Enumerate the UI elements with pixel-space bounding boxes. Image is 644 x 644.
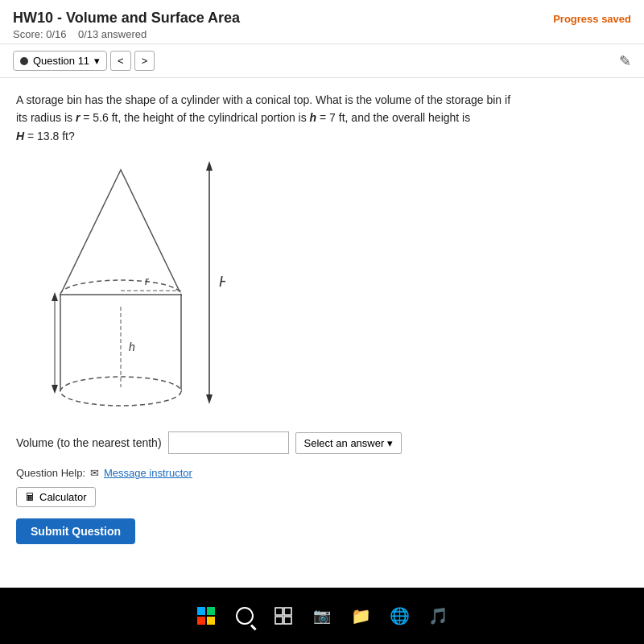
svg-rect-17 [275, 617, 283, 624]
problem-text: A storage bin has the shape of a cylinde… [16, 91, 628, 145]
chevron-down-icon: ▾ [94, 55, 100, 67]
svg-marker-2 [206, 394, 213, 404]
svg-text:h: h [129, 341, 135, 353]
question-nav: Question 11 ▾ < > ✎ [0, 44, 644, 78]
spotify-icon[interactable]: 🎵 [425, 603, 451, 629]
h-variable: h [310, 111, 317, 124]
diagram-area: H r h [16, 158, 628, 415]
calculator-icon: 🖩 [25, 491, 35, 503]
calculator-label: Calculator [39, 491, 87, 503]
question-body: A storage bin has the shape of a cylinde… [0, 78, 644, 557]
svg-marker-1 [206, 161, 213, 171]
next-button[interactable]: > [134, 51, 155, 71]
svg-rect-18 [284, 617, 291, 624]
chrome-icon[interactable]: 🌐 [386, 603, 412, 629]
answer-input[interactable] [168, 431, 289, 454]
svg-marker-4 [60, 170, 181, 295]
answer-label: Volume (to the nearest tenth) [16, 436, 162, 449]
answer-row: Volume (to the nearest tenth) Select an … [16, 431, 628, 454]
taskbar: 📷 📁 🌐 🎵 [0, 588, 644, 644]
question-label: Question 11 [33, 55, 89, 67]
shape-svg: H r h [16, 158, 225, 415]
header-left: HW10 - Volume and Surface Area Score: 0/… [13, 10, 240, 40]
page-title: HW10 - Volume and Surface Area [13, 10, 240, 27]
search-taskbar-icon[interactable] [232, 603, 258, 629]
H-variable: H [16, 130, 24, 142]
taskview-icon[interactable] [270, 603, 296, 629]
svg-marker-13 [52, 292, 58, 301]
question-help: Question Help: ✉ Message instructor [16, 467, 628, 479]
problem-text3: = 5.6 ft, the height of the cylindrical … [80, 111, 309, 124]
folder-icon[interactable]: 📁 [348, 603, 374, 629]
problem-text6: = 13.8 ft? [24, 130, 75, 142]
problem-text1: A storage bin has the shape of a cylinde… [16, 93, 510, 106]
svg-text:H: H [219, 274, 225, 290]
question-dot [20, 57, 28, 65]
search-circle [236, 607, 254, 625]
svg-marker-14 [52, 385, 58, 394]
page-header: HW10 - Volume and Surface Area Score: 0/… [0, 0, 644, 44]
windows-icon[interactable] [193, 603, 219, 629]
windows-logo [197, 607, 215, 625]
edit-icon[interactable]: ✎ [619, 52, 631, 70]
calculator-button[interactable]: 🖩 Calculator [16, 487, 96, 507]
problem-text2: its radius is [16, 111, 76, 124]
score-line: Score: 0/16 0/13 answered [13, 28, 240, 40]
mail-icon: ✉ [90, 467, 99, 479]
shape-container: H r h [16, 158, 225, 415]
select-answer-button[interactable]: Select an answer ▾ [295, 432, 402, 454]
dropdown-icon: ▾ [387, 437, 393, 449]
camera-icon[interactable]: 📷 [309, 603, 335, 629]
question-selector[interactable]: Question 11 ▾ [13, 51, 107, 71]
svg-rect-16 [284, 608, 291, 615]
problem-text4: = 7 ft, and the overall height is [316, 111, 470, 124]
help-label: Question Help: [16, 467, 85, 479]
progress-label: Progress saved [553, 10, 631, 25]
select-answer-label: Select an answer [304, 437, 385, 449]
answered-label: 0/13 answered [78, 28, 147, 40]
message-instructor-link[interactable]: Message instructor [104, 467, 192, 479]
svg-rect-15 [275, 608, 283, 615]
score-label: Score: 0/16 [13, 28, 67, 40]
submit-question-button[interactable]: Submit Question [16, 518, 135, 544]
prev-button[interactable]: < [110, 51, 131, 71]
